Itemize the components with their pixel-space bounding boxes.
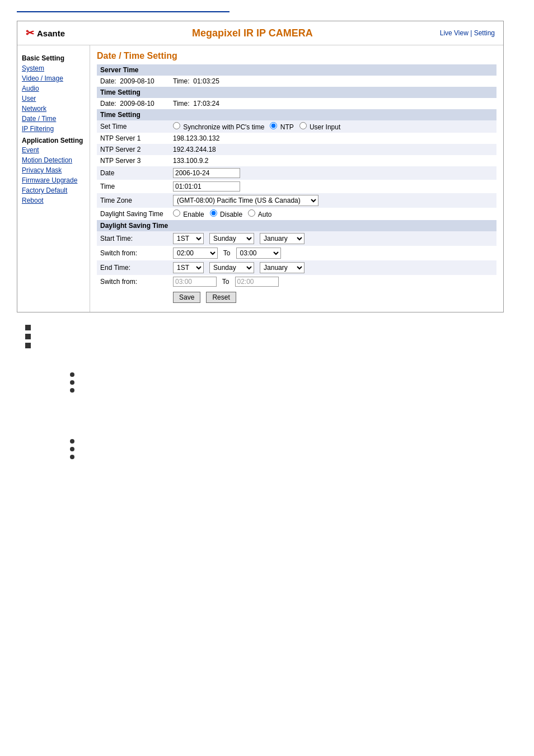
timezone-label: Time Zone (97, 193, 170, 208)
end-switch-from-label: Switch from: (97, 275, 170, 288)
ntp1-label: NTP Server 1 (97, 133, 170, 144)
camera-panel: ✂ Asante Megapixel IR IP CAMERA Live Vie… (17, 21, 504, 312)
server-date-label: Date: 2009-08-10 (97, 76, 170, 87)
end-week-select[interactable]: 1ST (173, 262, 204, 273)
sidebar-item-video-image[interactable]: Video / Image (22, 74, 85, 83)
basic-setting-label: Basic Setting (22, 54, 85, 62)
circle-icon-2a (70, 439, 74, 444)
ntp1-value: 198.123.30.132 (170, 133, 496, 144)
time-setting-header: Time Setting (97, 87, 496, 98)
radio-user[interactable] (299, 122, 307, 129)
local-time-cell: Time: 17:03:24 (170, 98, 430, 109)
dst-auto-label: Auto (258, 211, 272, 218)
round-item-1a (70, 371, 509, 377)
camera-title: Megapixel IR IP CAMERA (65, 27, 440, 39)
radio-ntp-label: NTP (280, 123, 294, 131)
sidebar-item-firmware-upgrade[interactable]: Firmware Upgrade (22, 176, 85, 185)
dst-radios: Enable Disable Auto (170, 208, 496, 220)
sidebar-item-factory-default[interactable]: Factory Default (22, 186, 85, 195)
start-month-select[interactable]: January (260, 233, 305, 244)
radio-dst-enable[interactable] (173, 209, 180, 217)
switch-from-select[interactable]: 02:00 (173, 248, 218, 259)
time-input[interactable] (173, 181, 240, 192)
bullets-section (17, 324, 517, 459)
brand-logo: ✂ Asante (26, 27, 65, 39)
sidebar-item-date-time[interactable]: Date / Time (22, 114, 85, 123)
sidebar-item-network[interactable]: Network (22, 104, 85, 113)
radio-user-label: User Input (310, 123, 340, 131)
end-switch-from-input[interactable] (173, 277, 217, 287)
end-switch-to-text: To (222, 278, 229, 286)
circle-icon-1c (70, 388, 74, 393)
live-view-link[interactable]: Live View (440, 29, 469, 37)
sidebar-item-privacy-mask[interactable]: Privacy Mask (22, 166, 85, 175)
sidebar-item-ip-filtering[interactable]: IP Filtering (22, 124, 85, 133)
square-bullet-2 (25, 333, 509, 339)
end-time-label: End Time: (97, 260, 170, 275)
square-icon-1 (25, 325, 31, 330)
sidebar-item-system[interactable]: System (22, 64, 85, 73)
brand-name: Asante (37, 29, 65, 38)
sidebar-item-event[interactable]: Event (22, 146, 85, 155)
brand-icon: ✂ (26, 27, 34, 39)
round-item-1b (70, 379, 509, 385)
server-time-cell: Time: 01:03:25 (170, 76, 430, 87)
ntp2-value: 192.43.244.18 (170, 144, 496, 155)
switch-to-text: To (223, 249, 231, 257)
round-item-1c (70, 386, 509, 393)
end-switch-from-fields: To (170, 275, 496, 288)
server-time-header: Server Time (97, 64, 496, 76)
panel-body: Basic Setting System Video / Image Audio… (17, 45, 503, 312)
sidebar-item-motion-detection[interactable]: Motion Detection (22, 156, 85, 165)
panel-header: ✂ Asante Megapixel IR IP CAMERA Live Vie… (17, 21, 503, 45)
radio-dst-disable[interactable] (210, 209, 217, 217)
radio-dst-auto[interactable] (248, 209, 255, 217)
round-group-2 (70, 437, 509, 459)
switch-to-select[interactable]: 03:00 (236, 248, 281, 259)
date-input[interactable] (173, 168, 240, 178)
time-row-label: Time (97, 180, 170, 193)
section-title: Date / Time Setting (97, 51, 496, 61)
timezone-select[interactable]: (GMT-08:00) Pacific Time (US & Canada) (173, 195, 318, 206)
dst-label: Daylight Saving Time (97, 208, 170, 220)
date-time-table: Server Time Date: 2009-08-10 Time: 01:03… (97, 64, 496, 306)
square-bullet-3 (25, 342, 509, 348)
top-rule (17, 11, 229, 12)
set-time-label: Set Time (97, 120, 170, 133)
end-switch-to-input[interactable] (235, 277, 279, 287)
dst-disable-label: Disable (220, 211, 242, 218)
save-button[interactable]: Save (173, 292, 200, 303)
radio-ntp[interactable] (270, 122, 277, 129)
sidebar-item-audio[interactable]: Audio (22, 84, 85, 93)
header-links: Live View | Setting (440, 29, 495, 37)
set-time-radios: Synchronize with PC's time NTP User Inpu… (170, 120, 496, 133)
start-week-select[interactable]: 1ST (173, 233, 204, 244)
end-month-select[interactable]: January (260, 262, 305, 273)
setting-link[interactable]: Setting (474, 29, 495, 37)
time-setting-header2: Time Setting (97, 109, 496, 120)
date-value (170, 166, 496, 180)
start-time-fields: 1ST Sunday January (170, 231, 496, 246)
main-content: Date / Time Setting Server Time Date: 20… (90, 45, 503, 312)
switch-from-label: Switch from: (97, 246, 170, 260)
sidebar-item-user[interactable]: User (22, 94, 85, 103)
date-label: Date (97, 166, 170, 180)
circle-icon-2b (70, 447, 74, 451)
circle-icon-1b (70, 380, 74, 385)
square-bullet-1 (25, 324, 509, 330)
square-icon-3 (25, 343, 31, 348)
radio-sync[interactable] (173, 122, 180, 129)
radio-sync-label: Synchronize with PC's time (183, 123, 264, 131)
end-time-fields: 1ST Sunday January (170, 260, 496, 275)
switch-from-fields: 02:00 To 03:00 (170, 246, 496, 260)
timezone-value: (GMT-08:00) Pacific Time (US & Canada) (170, 193, 496, 208)
round-group-1 (70, 371, 509, 393)
app-setting-label: Application Setting (22, 137, 85, 144)
sidebar-item-reboot[interactable]: Reboot (22, 196, 85, 205)
ntp2-label: NTP Server 2 (97, 144, 170, 155)
start-day-select[interactable]: Sunday (209, 233, 254, 244)
dst-enable-label: Enable (183, 211, 204, 218)
reset-button[interactable]: Reset (206, 292, 236, 303)
dst-section-label: Daylight Saving Time (97, 220, 496, 231)
end-day-select[interactable]: Sunday (209, 262, 254, 273)
